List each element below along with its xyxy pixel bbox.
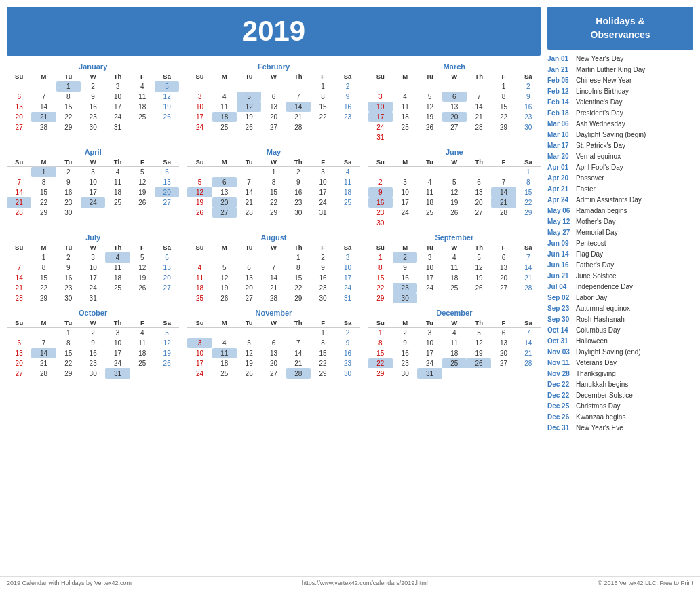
calendar-day: 19	[155, 102, 179, 112]
month-table: SuMTuWThFSa12345678910111213141516171819…	[187, 157, 359, 218]
calendar-day	[7, 81, 31, 92]
calendar-day	[417, 293, 442, 303]
day-header: M	[393, 72, 417, 81]
calendar-day: 31	[335, 293, 359, 303]
calendar-day: 3	[368, 92, 393, 102]
day-header: W	[442, 72, 467, 81]
holiday-date: Oct 14	[547, 325, 573, 336]
calendar-day: 20	[491, 273, 516, 283]
day-header: Sa	[155, 157, 179, 167]
calendar-day: 15	[261, 187, 286, 197]
holiday-date: Mar 06	[547, 119, 573, 130]
calendar-day: 11	[442, 338, 467, 348]
month-title: November	[187, 309, 359, 317]
calendar-day: 22	[56, 112, 81, 122]
month-block-march: MarchSuMTuWThFSa123456789101112131415161…	[368, 62, 541, 142]
calendar-day: 26	[417, 122, 442, 132]
calendar-day: 5	[237, 92, 261, 102]
calendar-day: 8	[368, 338, 393, 348]
calendar-day: 1	[286, 252, 311, 263]
month-block-january: JanuarySuMTuWThFSa1234567891011121314151…	[7, 62, 179, 142]
calendar-day: 13	[237, 273, 261, 283]
calendar-day: 20	[7, 358, 31, 368]
holiday-date: Mar 20	[547, 151, 573, 162]
calendar-day: 14	[286, 348, 311, 358]
holiday-item: Mar 10Daylight Saving (begin)	[547, 130, 693, 140]
calendar-day: 2	[81, 328, 105, 339]
month-block-april: AprilSuMTuWThFSa123456789101112131415161…	[7, 148, 179, 228]
day-header: Su	[368, 318, 393, 328]
calendar-day: 30	[516, 122, 541, 132]
holiday-date: Sep 02	[547, 292, 573, 303]
calendar-day: 27	[7, 122, 31, 132]
calendar-day: 20	[261, 358, 286, 368]
calendar-day	[442, 167, 467, 178]
calendar-day: 24	[81, 283, 105, 293]
holiday-date: May 06	[547, 206, 573, 216]
calendar-day	[467, 81, 491, 92]
calendar-day: 17	[105, 102, 130, 112]
calendar-day: 9	[368, 187, 393, 197]
holiday-date: Jan 01	[547, 54, 573, 64]
calendar-day: 14	[516, 338, 541, 348]
calendar-day	[442, 293, 467, 303]
calendar-day: 26	[442, 208, 467, 218]
calendar-day: 19	[155, 348, 179, 358]
calendar-day: 2	[368, 177, 393, 187]
calendar-day: 1	[516, 167, 541, 178]
day-header: Th	[467, 157, 491, 167]
calendar-day: 20	[442, 112, 467, 122]
calendar-day: 30	[56, 293, 81, 303]
calendar-day: 6	[7, 92, 31, 102]
day-header: M	[31, 72, 56, 81]
holiday-date: May 27	[547, 227, 573, 238]
calendar-day	[130, 293, 155, 303]
calendar-day: 30	[311, 293, 335, 303]
calendar-day: 11	[105, 177, 130, 187]
holiday-name: Admin Assistants Day	[576, 195, 642, 206]
holiday-item: Apr 01April Fool's Day	[547, 162, 693, 173]
calendar-day: 13	[155, 177, 179, 187]
calendar-day: 24	[417, 358, 442, 368]
day-header: Th	[286, 72, 311, 81]
month-table: SuMTuWThFSa12345678910111213141516171819…	[187, 72, 359, 132]
day-header: W	[81, 318, 105, 328]
calendar-day: 10	[187, 348, 212, 358]
calendar-day	[393, 218, 417, 228]
calendar-day: 17	[105, 348, 130, 358]
calendar-day: 28	[31, 122, 56, 132]
calendar-day: 18	[335, 187, 359, 197]
calendar-day: 19	[417, 112, 442, 122]
day-header: M	[393, 157, 417, 167]
calendar-day: 6	[491, 252, 516, 263]
month-block-july: JulySuMTuWThFSa1234567891011121314151617…	[7, 233, 179, 303]
holiday-date: Dec 25	[547, 401, 573, 412]
calendar-day: 3	[105, 81, 130, 92]
calendar-day: 25	[335, 197, 359, 208]
calendar-day: 8	[368, 263, 393, 273]
calendar-day: 27	[442, 122, 467, 132]
day-header: Th	[467, 318, 491, 328]
calendar-day: 3	[187, 338, 212, 348]
calendar-day: 1	[368, 252, 393, 263]
calendar-day	[491, 132, 516, 142]
calendar-day: 18	[105, 187, 130, 197]
calendar-day: 23	[286, 197, 311, 208]
calendar-day: 10	[417, 263, 442, 273]
calendar-day: 7	[237, 177, 261, 187]
holiday-item: Feb 05Chinese New Year	[547, 75, 693, 86]
calendar-day: 19	[130, 187, 155, 197]
calendar-day: 8	[31, 177, 56, 187]
calendar-day	[467, 218, 491, 228]
holiday-name: Memorial Day	[576, 227, 618, 238]
month-table: SuMTuWThFSa12345678910111213141516171819…	[368, 72, 541, 142]
calendar-day: 13	[261, 102, 286, 112]
calendar-day: 2	[335, 328, 359, 339]
calendar-day: 7	[467, 92, 491, 102]
day-header: W	[81, 157, 105, 167]
calendar-day: 5	[155, 81, 179, 92]
holiday-name: Daylight Saving (begin)	[576, 130, 646, 140]
calendar-day: 1	[56, 81, 81, 92]
month-table: SuMTuWThFSa12345678910111213141516171819…	[187, 243, 359, 303]
month-table: SuMTuWThFSa12345678910111213141516171819…	[187, 318, 359, 379]
